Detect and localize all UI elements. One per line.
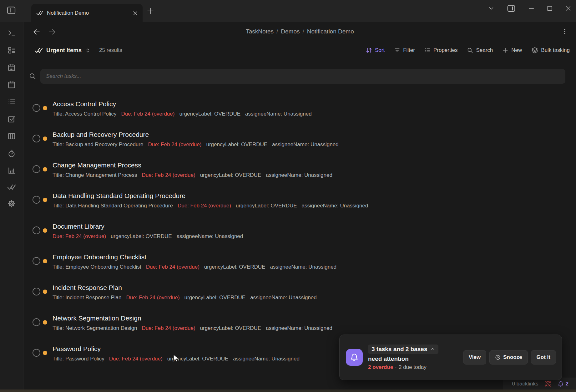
task-checkbox[interactable]: [33, 104, 40, 112]
task-row[interactable]: Employee Onboarding Checklist Title: Emp…: [33, 252, 576, 283]
priority-dot: [43, 290, 47, 294]
tab-close-icon[interactable]: [133, 11, 138, 16]
breadcrumb-root[interactable]: TaskNotes: [246, 28, 274, 35]
more-options-icon[interactable]: [561, 28, 568, 35]
breadcrumb: TaskNotes/Demos/Notification Demo: [24, 28, 576, 35]
search-tasks-input[interactable]: [40, 69, 565, 84]
task-title[interactable]: Change Management Process: [53, 161, 332, 169]
search-button[interactable]: Search: [467, 47, 493, 53]
notification-count[interactable]: 2: [558, 381, 568, 387]
task-meta: Title: Network Segmentation DesignDue: F…: [53, 325, 332, 331]
filter-icon: [394, 47, 400, 53]
view-name[interactable]: Urgent Items: [46, 47, 82, 54]
got-it-button[interactable]: Got it: [531, 350, 556, 365]
toggle-right-sidebar-icon[interactable]: [507, 4, 516, 13]
result-count: 25 results: [99, 47, 122, 53]
task-title[interactable]: Document Library: [53, 223, 243, 230]
sort-arrows-icon: [366, 47, 372, 53]
task-row[interactable]: Access Control Policy Title: Access Cont…: [33, 99, 576, 130]
task-checkbox[interactable]: [33, 135, 40, 142]
properties-button[interactable]: Properties: [424, 47, 457, 53]
gear-icon[interactable]: [8, 200, 16, 208]
task-row[interactable]: Incident Response Plan Title: Incident R…: [33, 283, 576, 313]
task-checkbox[interactable]: [33, 196, 40, 204]
task-row[interactable]: Data Handling Standard Operating Procedu…: [33, 191, 576, 221]
check-square-icon[interactable]: [8, 115, 16, 123]
calendar-days-icon[interactable]: [8, 63, 16, 72]
task-meta: Title: Employee Onboarding ChecklistDue:…: [53, 264, 336, 270]
nav-row: TaskNotes/Demos/Notification Demo: [24, 25, 576, 39]
layers-icon: [531, 47, 538, 54]
window-menu-chevron-icon[interactable]: [488, 5, 495, 12]
task-row[interactable]: Document Library Due: Feb 24 (overdue)ur…: [33, 221, 576, 252]
clock-icon: [495, 355, 501, 360]
minimize-icon[interactable]: [528, 5, 535, 12]
task-title[interactable]: Data Handling Standard Operating Procedu…: [53, 192, 368, 200]
view-button[interactable]: View: [463, 350, 486, 365]
bulk-tasking-button[interactable]: Bulk tasking: [531, 47, 570, 54]
task-meta: Title: Backup and Recovery ProcedureDue:…: [53, 141, 339, 148]
close-window-icon[interactable]: [565, 5, 572, 12]
backlinks-status[interactable]: 0 backlinks: [512, 381, 538, 387]
task-title[interactable]: Network Segmentation Design: [53, 315, 332, 322]
columns-icon[interactable]: [8, 132, 16, 140]
task-checkbox[interactable]: [33, 257, 40, 265]
list-icon[interactable]: [8, 98, 16, 106]
left-ribbon: [0, 22, 23, 390]
due-today-count: 2 due today: [399, 364, 427, 370]
priority-dot: [43, 136, 47, 141]
double-check-icon: [36, 10, 43, 16]
bell-icon: [350, 353, 359, 362]
priority-dot: [43, 259, 47, 263]
task-checkbox[interactable]: [33, 165, 40, 173]
search-icon: [467, 47, 473, 53]
plus-icon: [502, 47, 508, 53]
task-title[interactable]: Access Control Policy: [53, 100, 312, 108]
toggle-left-sidebar-icon[interactable]: [6, 5, 16, 15]
sort-button[interactable]: Sort: [366, 47, 385, 53]
notification-summary-chip[interactable]: 3 tasks and 2 bases: [368, 345, 438, 354]
layout-list-icon[interactable]: [8, 46, 16, 54]
notification-bell-badge: [346, 349, 363, 366]
task-meta: Title: Incident Response PlanDue: Feb 24…: [53, 295, 317, 301]
task-title[interactable]: Backup and Recovery Procedure: [53, 131, 339, 138]
notification-text: 3 tasks and 2 bases need attention 2 ove…: [368, 345, 458, 370]
priority-dot: [43, 106, 47, 110]
search-icon: [29, 72, 36, 80]
task-row[interactable]: Backup and Recovery Procedure Title: Bac…: [33, 130, 576, 160]
filter-button[interactable]: Filter: [394, 47, 415, 53]
priority-dot: [43, 198, 47, 202]
task-checkbox[interactable]: [33, 226, 40, 234]
new-tab-icon[interactable]: [146, 7, 154, 15]
new-task-button[interactable]: New: [502, 47, 522, 53]
chevron-up-icon: [430, 347, 435, 351]
task-title[interactable]: Password Policy: [53, 345, 300, 353]
sync-off-icon[interactable]: [544, 380, 552, 387]
snooze-button[interactable]: Snooze: [489, 350, 528, 365]
bar-chart-icon[interactable]: [8, 166, 16, 175]
task-checkbox[interactable]: [33, 288, 40, 295]
task-checkbox[interactable]: [33, 349, 40, 357]
bell-icon: [558, 381, 564, 387]
timer-icon[interactable]: [8, 149, 16, 157]
breadcrumb-current[interactable]: Notification Demo: [307, 28, 354, 35]
maximize-icon[interactable]: [547, 5, 553, 12]
task-row[interactable]: Change Management Process Title: Change …: [33, 160, 576, 191]
task-title[interactable]: Employee Onboarding Checklist: [53, 253, 336, 261]
task-checkbox[interactable]: [33, 318, 40, 326]
notification-subtitle: need attention: [368, 355, 458, 362]
chevrons-up-down-icon[interactable]: [85, 48, 90, 53]
view-selector[interactable]: Urgent Items: [34, 47, 90, 54]
task-title[interactable]: Incident Response Plan: [53, 284, 317, 291]
double-check-icon[interactable]: [7, 184, 16, 191]
calendar-icon[interactable]: [8, 81, 16, 89]
tab-notification-demo[interactable]: Notification Demo: [31, 4, 143, 22]
priority-dot: [43, 320, 47, 325]
search-row: [24, 68, 576, 84]
breadcrumb-folder[interactable]: Demos: [281, 28, 300, 35]
app-window: Notification Demo: [0, 0, 576, 392]
terminal-icon[interactable]: [8, 29, 16, 37]
double-check-icon: [34, 47, 43, 54]
titlebar: Notification Demo: [0, 0, 576, 22]
task-meta: Title: Password PolicyDue: Feb 24 (overd…: [53, 356, 300, 362]
